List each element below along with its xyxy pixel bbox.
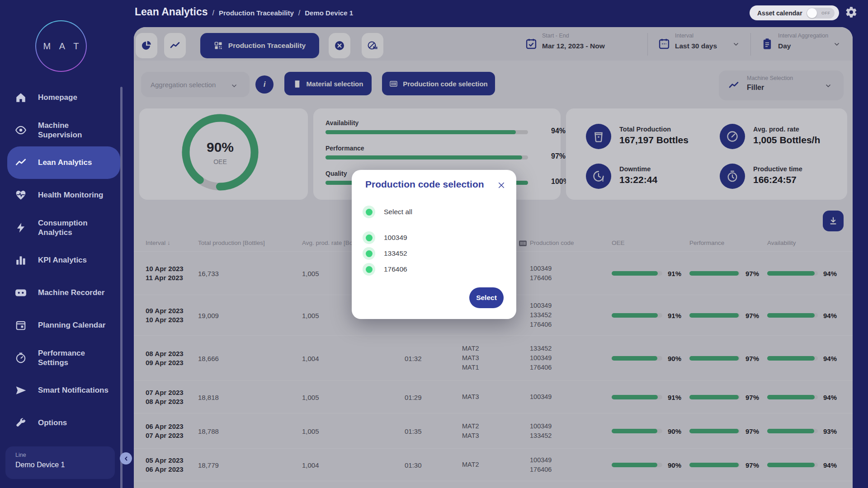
trend-icon (15, 157, 27, 169)
sidebar-item-performance-settings[interactable]: Performance Settings (0, 342, 127, 374)
sidebar-item-options[interactable]: Options (0, 407, 127, 439)
modal-close-button[interactable] (497, 181, 505, 189)
line-label: Line (15, 452, 115, 458)
page-title: Lean Analytics (135, 6, 208, 18)
select-button[interactable]: Select (469, 287, 504, 308)
toggle-switch[interactable]: OFF (807, 8, 835, 19)
mat-logo: M A T (35, 20, 87, 72)
breadcrumb-device: Demo Device 1 (305, 9, 353, 17)
send-icon (15, 385, 27, 396)
top-bar: Lean Analytics / Production Traceability… (127, 0, 868, 27)
home-icon (15, 92, 27, 103)
line-device-name: Demo Device 1 (15, 461, 115, 469)
line-device-card: Line Demo Device 1 (5, 446, 115, 479)
heart-pulse-icon (15, 189, 27, 201)
checkbox-checked-icon[interactable] (363, 206, 375, 218)
breadcrumb-section: Production Traceability (219, 9, 294, 17)
sidebar-item-kpi-analytics[interactable]: KPI Analytics (0, 244, 127, 277)
bolt-icon (15, 222, 27, 234)
mat-logo-text: M A T (36, 21, 86, 71)
calendar-icon (15, 319, 27, 331)
sidebar-item-planning-calendar[interactable]: Planning Calendar (0, 309, 127, 342)
sidebar-item-consumption-analytics[interactable]: Consumption Analytics (0, 211, 127, 244)
app-root: M A T Homepage Machine Supervision Lean … (0, 0, 868, 488)
checkbox-checked-icon[interactable] (363, 247, 375, 260)
sidebar-item-health-monitoring[interactable]: Health Monitoring (0, 179, 127, 211)
wrench-icon (15, 417, 27, 429)
sidebar-item-machine-supervision[interactable]: Machine Supervision (0, 114, 127, 146)
code-option-176406[interactable]: 176406 (363, 263, 407, 276)
cassette-icon (15, 287, 27, 299)
eye-icon (15, 124, 27, 136)
close-icon (497, 181, 505, 189)
gear-icon (845, 6, 858, 19)
code-option-100349[interactable]: 100349 (363, 231, 407, 244)
sidebar: M A T Homepage Machine Supervision Lean … (0, 0, 127, 488)
breadcrumb: Lean Analytics / Production Traceability… (135, 6, 353, 18)
sidebar-scrollbar[interactable] (120, 87, 123, 488)
checkbox-checked-icon[interactable] (363, 263, 375, 276)
sidebar-item-machine-recorder[interactable]: Machine Recorder (0, 277, 127, 309)
production-code-selection-modal: Production code selection Select all 100… (352, 170, 516, 319)
sidebar-item-homepage[interactable]: Homepage (0, 81, 127, 114)
code-option-133452[interactable]: 133452 (363, 247, 407, 260)
checkbox-checked-icon[interactable] (363, 231, 375, 244)
sidebar-item-lean-analytics[interactable]: Lean Analytics (7, 146, 120, 179)
toggle-knob (807, 8, 817, 18)
modal-title: Production code selection (365, 179, 484, 190)
sidebar-item-smart-notifications[interactable]: Smart Notifications (0, 374, 127, 407)
select-all-option[interactable]: Select all (363, 206, 412, 218)
gauge-icon (15, 352, 27, 364)
sidebar-collapse-button[interactable] (120, 452, 132, 465)
chevron-left-icon (123, 455, 129, 462)
asset-calendar-toggle[interactable]: Asset calendar OFF (750, 5, 839, 20)
sidebar-nav: Homepage Machine Supervision Lean Analyt… (0, 81, 127, 439)
bar-chart-icon (15, 254, 27, 266)
settings-gear-button[interactable] (845, 6, 858, 19)
